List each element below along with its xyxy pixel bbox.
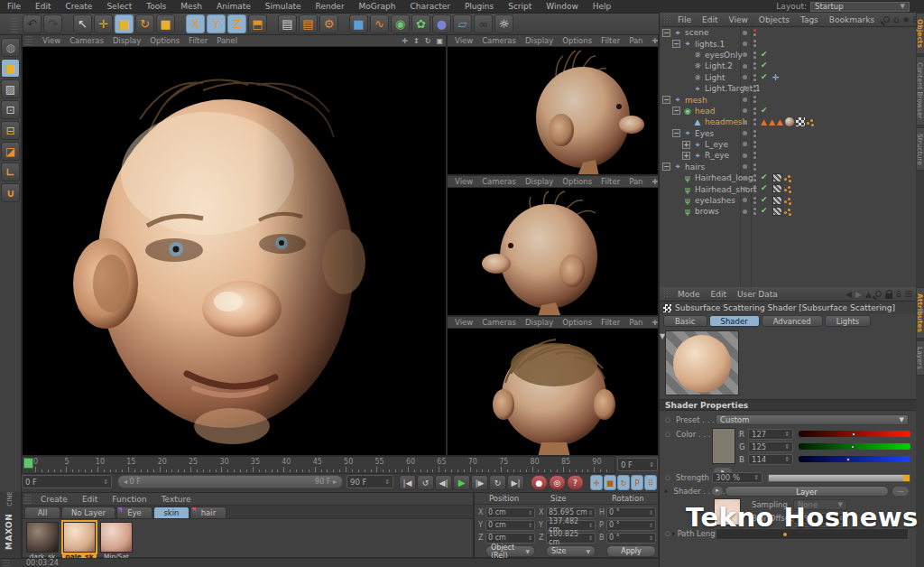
tree-row-eyes[interactable]: −⌖Eyes [660, 128, 916, 139]
stepper-icon[interactable]: ⇕ [528, 522, 532, 528]
rotate-tool[interactable]: ↻ [135, 14, 154, 33]
menu-tools[interactable]: Tools [139, 2, 173, 11]
visibility-dots[interactable] [753, 185, 756, 194]
expander-icon[interactable]: − [672, 129, 680, 137]
menu-plugins[interactable]: Plugins [457, 2, 501, 11]
visibility-dots[interactable] [753, 130, 756, 139]
key-parameter-toggle[interactable]: P [631, 475, 643, 490]
layer-dot[interactable] [743, 142, 747, 146]
visibility-dots[interactable] [753, 197, 756, 206]
menu-user-data[interactable]: User Data [732, 290, 783, 299]
menu-filter[interactable]: Filter [184, 36, 212, 45]
menu-select[interactable]: Select [99, 2, 139, 11]
panel-tab-attributes[interactable]: Attributes [916, 287, 924, 339]
stepper-icon[interactable]: ⇕ [784, 431, 790, 438]
apply-button[interactable]: Apply [606, 545, 656, 557]
shader-layer-button[interactable]: Layer [725, 486, 889, 497]
key-position-toggle[interactable]: ✛ [590, 475, 603, 490]
menu-panel[interactable]: Panel [212, 36, 242, 45]
lock-z-axis[interactable]: Z [227, 14, 246, 33]
visibility-dots[interactable] [753, 40, 756, 49]
menu-mesh[interactable]: Mesh [173, 2, 209, 11]
layer-dot[interactable] [743, 164, 747, 169]
add-camera[interactable]: ∞ [474, 14, 493, 33]
tri-tag-icon[interactable]: ▲ [769, 117, 775, 126]
channel-slider-r[interactable] [799, 431, 910, 437]
previous-frame-button[interactable]: ◀| [435, 475, 452, 490]
pan-view-icon[interactable]: ✛ [652, 37, 659, 45]
add-floor[interactable]: ▱ [453, 14, 472, 33]
enabled-check-icon[interactable]: ✔ [761, 50, 768, 59]
section-header[interactable]: Shader Properties [660, 399, 916, 411]
key-pla-toggle[interactable]: ⠿ [644, 475, 657, 490]
tab-advanced[interactable]: Advanced [762, 315, 823, 327]
stepper-icon[interactable]: ⇕ [103, 479, 108, 486]
tree-row-light-2[interactable]: ☼Light.2✔ [660, 60, 916, 71]
render-view[interactable]: ▤ [278, 14, 297, 33]
edge-mode[interactable]: ⊟ [1, 121, 20, 140]
menu-objects[interactable]: Objects [753, 15, 795, 24]
texture-tag-icon[interactable] [785, 117, 794, 126]
layer-tab-all[interactable]: All [24, 507, 60, 518]
viewport-canvas-right-bottom[interactable] [448, 329, 658, 455]
material-dark-sk[interactable]: dark_sk [25, 522, 60, 562]
menu-display[interactable]: Display [521, 177, 558, 186]
add-hypernurbs[interactable]: ◉ [391, 14, 410, 33]
coord-field-rotation-p[interactable]: 0 °⇕ [606, 520, 656, 531]
visibility-dots[interactable] [753, 208, 756, 217]
play-loop-button[interactable]: ↻ [489, 475, 506, 490]
enabled-check-icon[interactable]: ✔ [761, 106, 768, 115]
pan-view-icon[interactable]: ✛ [652, 178, 659, 186]
range-start-field[interactable]: 0 F ⇕ [22, 475, 112, 488]
tree-row-head[interactable]: −◉head✔ [660, 106, 916, 116]
menu-edit[interactable]: Edit [697, 15, 723, 24]
coord-field-rotation-b[interactable]: 0 °⇕ [606, 533, 656, 544]
phong-tag-icon[interactable] [784, 196, 792, 205]
tree-row-r-eye[interactable]: +⌖R_eye [660, 150, 916, 161]
visibility-dots[interactable] [753, 118, 756, 127]
layer-tab-no-layer[interactable]: No Layer [61, 507, 116, 518]
stepper-icon[interactable]: ⇕ [588, 509, 593, 516]
menu-cameras[interactable]: Cameras [65, 36, 108, 45]
expander-icon[interactable]: − [662, 29, 670, 37]
lock-x-axis[interactable]: X [186, 14, 205, 33]
menu-options[interactable]: Options [558, 177, 596, 186]
target-tag-icon[interactable]: ✛ [772, 73, 780, 82]
menu-pan[interactable]: Pan [624, 177, 647, 186]
object-rel-dropdown[interactable]: Object (Rel)▼ [485, 545, 535, 557]
menu-animate[interactable]: Animate [209, 2, 258, 11]
layer-dot[interactable] [743, 176, 747, 181]
panel-tab-layers[interactable]: Layers [916, 340, 924, 376]
timeline-playhead[interactable] [23, 458, 33, 469]
menu-mode[interactable]: Mode [672, 290, 706, 299]
material-pale-sk[interactable]: pale_sk [62, 522, 97, 562]
stepper-icon[interactable]: ⇕ [784, 443, 790, 451]
key-rotation-toggle[interactable]: ↻ [617, 475, 630, 490]
tree-row-hairhead-long[interactable]: ψHairhead_long✔ [660, 172, 916, 183]
tree-row-eyelashes[interactable]: ψeyelashes✔ [660, 195, 916, 206]
menu-view[interactable]: View [38, 36, 65, 45]
goto-end-button[interactable]: ▶| [507, 475, 524, 490]
parent-icon[interactable]: ▲ [865, 290, 872, 299]
tri-tag-icon[interactable]: ▲ [777, 117, 783, 126]
channel-slider-b[interactable] [799, 456, 910, 462]
record-keyframe-button[interactable]: ● [531, 475, 548, 490]
range-end-field[interactable]: 90 F ⇕ [346, 475, 393, 488]
coordinate-system[interactable]: ⬒ [248, 14, 267, 33]
menu-file[interactable]: File [672, 15, 697, 24]
play-reverse-button[interactable]: ↺ [417, 475, 434, 490]
tree-row-light[interactable]: ☼Light✔✛ [660, 72, 916, 83]
layer-dot[interactable] [743, 131, 747, 135]
timeline-ruler[interactable]: 051015202530354045505560657075808590 [22, 456, 615, 474]
stepper-icon[interactable]: ⇕ [753, 474, 759, 481]
hatch-tag-icon[interactable] [772, 196, 782, 205]
expander-icon[interactable]: − [662, 96, 670, 104]
slider-handle[interactable] [903, 475, 910, 481]
menu-edit[interactable]: Edit [75, 495, 105, 504]
visibility-dots[interactable] [753, 174, 756, 183]
search-icon[interactable] [883, 16, 890, 23]
coord-field-position-x[interactable]: 0 cm⇕ [485, 507, 535, 518]
goto-start-button[interactable]: |◀ [399, 475, 416, 490]
menu-view[interactable]: View [450, 36, 477, 45]
add-panel-icon[interactable]: ⊞ [905, 289, 912, 299]
